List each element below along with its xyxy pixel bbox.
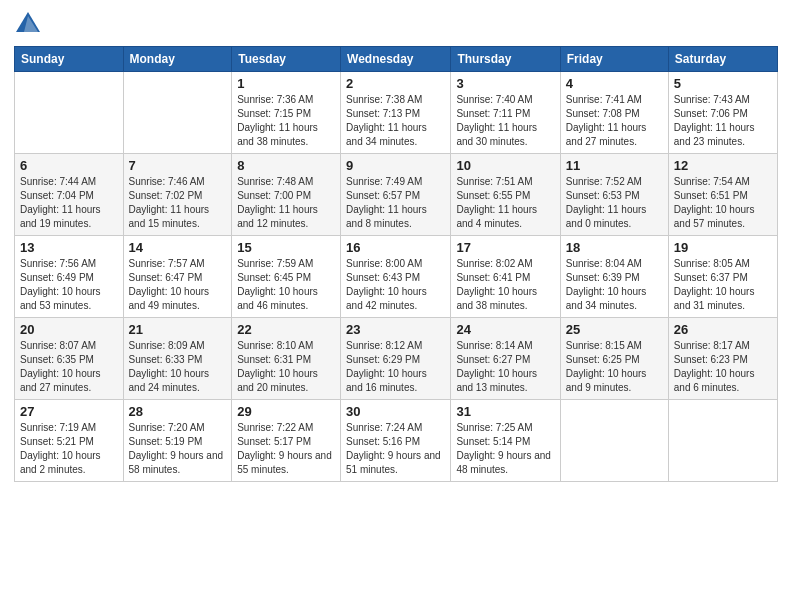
logo-icon xyxy=(14,10,42,38)
cell-day-number: 30 xyxy=(346,404,445,419)
day-header-saturday: Saturday xyxy=(668,47,777,72)
cell-info: Sunrise: 8:14 AMSunset: 6:27 PMDaylight:… xyxy=(456,339,554,395)
cell-day-number: 29 xyxy=(237,404,335,419)
cell-day-number: 27 xyxy=(20,404,118,419)
calendar-cell: 12Sunrise: 7:54 AMSunset: 6:51 PMDayligh… xyxy=(668,154,777,236)
cell-day-number: 14 xyxy=(129,240,227,255)
cell-day-number: 31 xyxy=(456,404,554,419)
calendar-cell: 11Sunrise: 7:52 AMSunset: 6:53 PMDayligh… xyxy=(560,154,668,236)
cell-day-number: 7 xyxy=(129,158,227,173)
calendar-cell: 19Sunrise: 8:05 AMSunset: 6:37 PMDayligh… xyxy=(668,236,777,318)
cell-day-number: 10 xyxy=(456,158,554,173)
day-header-wednesday: Wednesday xyxy=(341,47,451,72)
cell-day-number: 28 xyxy=(129,404,227,419)
day-header-monday: Monday xyxy=(123,47,232,72)
cell-info: Sunrise: 8:17 AMSunset: 6:23 PMDaylight:… xyxy=(674,339,772,395)
cell-day-number: 5 xyxy=(674,76,772,91)
cell-day-number: 4 xyxy=(566,76,663,91)
calendar-week-5: 27Sunrise: 7:19 AMSunset: 5:21 PMDayligh… xyxy=(15,400,778,482)
calendar-cell: 28Sunrise: 7:20 AMSunset: 5:19 PMDayligh… xyxy=(123,400,232,482)
cell-info: Sunrise: 7:19 AMSunset: 5:21 PMDaylight:… xyxy=(20,421,118,477)
cell-info: Sunrise: 7:48 AMSunset: 7:00 PMDaylight:… xyxy=(237,175,335,231)
calendar-cell: 2Sunrise: 7:38 AMSunset: 7:13 PMDaylight… xyxy=(341,72,451,154)
cell-info: Sunrise: 8:12 AMSunset: 6:29 PMDaylight:… xyxy=(346,339,445,395)
calendar-cell: 15Sunrise: 7:59 AMSunset: 6:45 PMDayligh… xyxy=(232,236,341,318)
cell-info: Sunrise: 7:46 AMSunset: 7:02 PMDaylight:… xyxy=(129,175,227,231)
cell-info: Sunrise: 7:25 AMSunset: 5:14 PMDaylight:… xyxy=(456,421,554,477)
calendar-cell: 27Sunrise: 7:19 AMSunset: 5:21 PMDayligh… xyxy=(15,400,124,482)
cell-day-number: 26 xyxy=(674,322,772,337)
calendar-cell: 29Sunrise: 7:22 AMSunset: 5:17 PMDayligh… xyxy=(232,400,341,482)
cell-day-number: 11 xyxy=(566,158,663,173)
cell-day-number: 23 xyxy=(346,322,445,337)
cell-info: Sunrise: 7:49 AMSunset: 6:57 PMDaylight:… xyxy=(346,175,445,231)
cell-info: Sunrise: 8:00 AMSunset: 6:43 PMDaylight:… xyxy=(346,257,445,313)
cell-info: Sunrise: 8:05 AMSunset: 6:37 PMDaylight:… xyxy=(674,257,772,313)
calendar-cell xyxy=(15,72,124,154)
calendar-cell: 14Sunrise: 7:57 AMSunset: 6:47 PMDayligh… xyxy=(123,236,232,318)
cell-info: Sunrise: 8:07 AMSunset: 6:35 PMDaylight:… xyxy=(20,339,118,395)
cell-day-number: 17 xyxy=(456,240,554,255)
calendar-cell: 8Sunrise: 7:48 AMSunset: 7:00 PMDaylight… xyxy=(232,154,341,236)
calendar-cell: 23Sunrise: 8:12 AMSunset: 6:29 PMDayligh… xyxy=(341,318,451,400)
calendar-cell: 10Sunrise: 7:51 AMSunset: 6:55 PMDayligh… xyxy=(451,154,560,236)
cell-info: Sunrise: 8:04 AMSunset: 6:39 PMDaylight:… xyxy=(566,257,663,313)
calendar-cell: 30Sunrise: 7:24 AMSunset: 5:16 PMDayligh… xyxy=(341,400,451,482)
cell-day-number: 24 xyxy=(456,322,554,337)
cell-info: Sunrise: 7:59 AMSunset: 6:45 PMDaylight:… xyxy=(237,257,335,313)
logo xyxy=(14,10,45,38)
calendar-cell: 1Sunrise: 7:36 AMSunset: 7:15 PMDaylight… xyxy=(232,72,341,154)
calendar-cell: 6Sunrise: 7:44 AMSunset: 7:04 PMDaylight… xyxy=(15,154,124,236)
cell-info: Sunrise: 7:41 AMSunset: 7:08 PMDaylight:… xyxy=(566,93,663,149)
page: SundayMondayTuesdayWednesdayThursdayFrid… xyxy=(0,0,792,612)
cell-info: Sunrise: 7:24 AMSunset: 5:16 PMDaylight:… xyxy=(346,421,445,477)
cell-info: Sunrise: 7:40 AMSunset: 7:11 PMDaylight:… xyxy=(456,93,554,149)
header xyxy=(14,10,778,38)
calendar-body: 1Sunrise: 7:36 AMSunset: 7:15 PMDaylight… xyxy=(15,72,778,482)
calendar-cell: 22Sunrise: 8:10 AMSunset: 6:31 PMDayligh… xyxy=(232,318,341,400)
calendar-cell: 18Sunrise: 8:04 AMSunset: 6:39 PMDayligh… xyxy=(560,236,668,318)
calendar-cell: 26Sunrise: 8:17 AMSunset: 6:23 PMDayligh… xyxy=(668,318,777,400)
calendar-cell: 25Sunrise: 8:15 AMSunset: 6:25 PMDayligh… xyxy=(560,318,668,400)
cell-info: Sunrise: 8:02 AMSunset: 6:41 PMDaylight:… xyxy=(456,257,554,313)
calendar-cell: 4Sunrise: 7:41 AMSunset: 7:08 PMDaylight… xyxy=(560,72,668,154)
cell-day-number: 18 xyxy=(566,240,663,255)
calendar-cell: 3Sunrise: 7:40 AMSunset: 7:11 PMDaylight… xyxy=(451,72,560,154)
cell-day-number: 9 xyxy=(346,158,445,173)
calendar-cell: 7Sunrise: 7:46 AMSunset: 7:02 PMDaylight… xyxy=(123,154,232,236)
calendar-cell xyxy=(123,72,232,154)
cell-info: Sunrise: 8:10 AMSunset: 6:31 PMDaylight:… xyxy=(237,339,335,395)
calendar-cell: 21Sunrise: 8:09 AMSunset: 6:33 PMDayligh… xyxy=(123,318,232,400)
cell-info: Sunrise: 7:51 AMSunset: 6:55 PMDaylight:… xyxy=(456,175,554,231)
day-header-friday: Friday xyxy=(560,47,668,72)
cell-info: Sunrise: 8:15 AMSunset: 6:25 PMDaylight:… xyxy=(566,339,663,395)
cell-day-number: 19 xyxy=(674,240,772,255)
cell-info: Sunrise: 7:54 AMSunset: 6:51 PMDaylight:… xyxy=(674,175,772,231)
cell-day-number: 8 xyxy=(237,158,335,173)
calendar-cell: 9Sunrise: 7:49 AMSunset: 6:57 PMDaylight… xyxy=(341,154,451,236)
cell-day-number: 6 xyxy=(20,158,118,173)
day-header-thursday: Thursday xyxy=(451,47,560,72)
cell-day-number: 12 xyxy=(674,158,772,173)
cell-day-number: 25 xyxy=(566,322,663,337)
calendar-cell: 24Sunrise: 8:14 AMSunset: 6:27 PMDayligh… xyxy=(451,318,560,400)
calendar-table: SundayMondayTuesdayWednesdayThursdayFrid… xyxy=(14,46,778,482)
calendar-cell: 31Sunrise: 7:25 AMSunset: 5:14 PMDayligh… xyxy=(451,400,560,482)
calendar-cell: 20Sunrise: 8:07 AMSunset: 6:35 PMDayligh… xyxy=(15,318,124,400)
day-header-tuesday: Tuesday xyxy=(232,47,341,72)
cell-day-number: 2 xyxy=(346,76,445,91)
cell-day-number: 21 xyxy=(129,322,227,337)
cell-day-number: 16 xyxy=(346,240,445,255)
calendar-header-row: SundayMondayTuesdayWednesdayThursdayFrid… xyxy=(15,47,778,72)
cell-info: Sunrise: 7:52 AMSunset: 6:53 PMDaylight:… xyxy=(566,175,663,231)
cell-day-number: 22 xyxy=(237,322,335,337)
calendar-header: SundayMondayTuesdayWednesdayThursdayFrid… xyxy=(15,47,778,72)
cell-info: Sunrise: 7:20 AMSunset: 5:19 PMDaylight:… xyxy=(129,421,227,477)
cell-info: Sunrise: 7:22 AMSunset: 5:17 PMDaylight:… xyxy=(237,421,335,477)
cell-info: Sunrise: 7:44 AMSunset: 7:04 PMDaylight:… xyxy=(20,175,118,231)
calendar-week-1: 1Sunrise: 7:36 AMSunset: 7:15 PMDaylight… xyxy=(15,72,778,154)
cell-info: Sunrise: 7:57 AMSunset: 6:47 PMDaylight:… xyxy=(129,257,227,313)
cell-day-number: 1 xyxy=(237,76,335,91)
calendar-cell: 13Sunrise: 7:56 AMSunset: 6:49 PMDayligh… xyxy=(15,236,124,318)
cell-info: Sunrise: 7:43 AMSunset: 7:06 PMDaylight:… xyxy=(674,93,772,149)
